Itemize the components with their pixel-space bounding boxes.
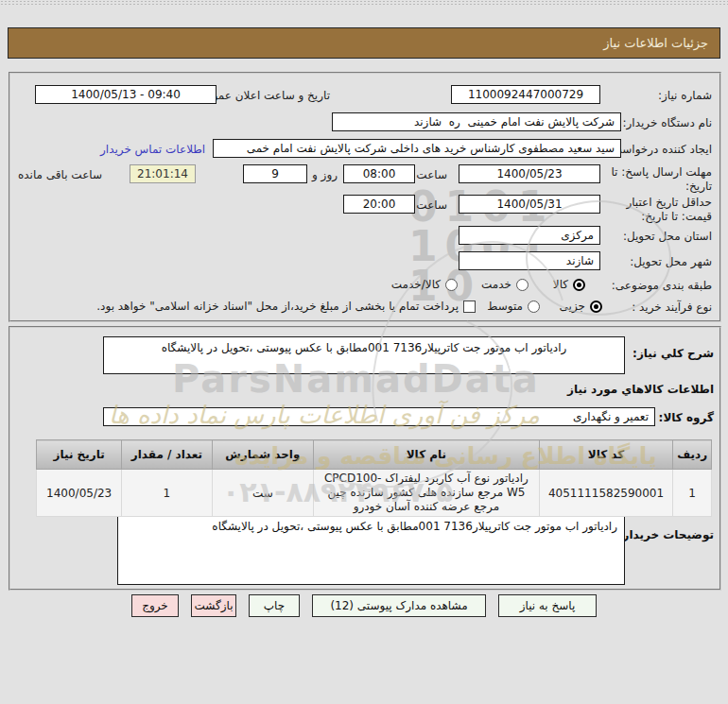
cell-goods-name: رادیاتور نوع آب کاربرد لیفتراک CPCD100-W… [314,470,540,517]
page-top-texture [0,0,728,5]
page-title-text: جزئیات اطلاعات نیاز [603,36,708,50]
radio-goods-service-label: کالا/خدمت [391,278,441,291]
col-quantity: تعداد / مقدار [122,440,212,470]
request-creator-row: ایجاد کننده درخواست: اطلاعات تماس خریدار [10,139,719,162]
respond-button[interactable]: پاسخ به نیاز [498,594,597,617]
buyer-org-label: نام دستگاه خریدار: [623,116,713,129]
back-button[interactable]: بازگشت [191,594,236,617]
delivery-city-input[interactable] [459,251,600,270]
price-validity-label: حداقل تاریخ اعتبار قیمت: تا تاریخ: [606,196,712,224]
radio-partial[interactable]: جزیی [560,300,602,313]
radio-service-label: خدمت [481,278,511,291]
need-description-textarea[interactable]: رادیاتور اب موتور جت کاترپیلار7136 001مط… [103,336,625,374]
countdown-timer: 21:01:14 [130,164,196,183]
treasury-checkbox[interactable] [463,300,476,313]
radio-partial-icon[interactable] [590,300,602,313]
radio-partial-label: جزیی [560,300,585,313]
request-creator-input[interactable] [213,139,621,158]
delivery-city-label: شهر محل تحویل: [630,255,712,268]
view-docs-button[interactable]: مشاهده مدارک پیوستی (12) [312,594,486,617]
buyer-notes-textarea[interactable]: رادیاتور اب موتور جت کاترپیلار7136 001مط… [117,515,625,585]
deadline-hour-label: ساعت [416,168,447,181]
response-deadline-row: مهلت ارسال پاسخ: تا تاریخ: ساعت روز و 21… [10,164,719,197]
exit-button[interactable]: خروج [131,594,179,617]
purchase-process-row: نوع فرآیند خرید : جزیی متوسط پرداخت تمام… [10,297,719,319]
announce-datetime-input[interactable] [35,85,217,104]
col-goods-code: کد کالا [539,440,673,470]
radio-goods[interactable]: کالا [553,278,585,291]
print-button[interactable]: چاپ [249,594,300,617]
buyer-contact-link[interactable]: اطلاعات تماس خریدار [100,143,205,156]
need-details-panel: شرح کلي نياز: رادیاتور اب موتور جت کاترپ… [9,326,721,591]
cell-quantity: 1 [122,470,212,517]
delivery-province-input[interactable] [459,226,600,245]
need-number-row: شماره نیاز: تاریخ و ساعت اعلان عمومی: [10,85,719,108]
radio-medium-icon[interactable] [528,300,540,313]
deadline-date-input[interactable] [459,164,600,183]
subject-classification-row: طبقه بندی موضوعی: کالا خدمت کالا/خدمت [10,275,719,298]
col-count-unit: واحد شمارش [212,440,313,470]
validity-time-input[interactable] [343,195,415,214]
validity-date-input[interactable] [459,195,600,214]
page-title: جزئیات اطلاعات نیاز [8,27,720,59]
radio-service[interactable]: خدمت [481,278,529,291]
days-remaining-input[interactable] [243,164,307,183]
need-number-input[interactable] [451,85,600,104]
treasury-checkbox-group[interactable]: پرداخت تمام یا بخشی از مبلغ خرید،از محل … [96,300,476,313]
subject-classification-label: طبقه بندی موضوعی: [612,279,712,292]
table-row: 1 4051111582590001 رادیاتور نوع آب کاربر… [37,470,712,517]
buyer-org-row: نام دستگاه خریدار: [10,112,719,135]
goods-table: ردیف کد کالا نام کالا واحد شمارش تعداد /… [36,439,712,517]
goods-group-label: گروه کالا: [659,411,714,424]
cell-count-unit: ست [212,470,313,517]
radio-goods-label: کالا [553,278,568,291]
delivery-province-row: استان محل تحویل: [10,226,719,249]
need-number-label: شماره نیاز: [658,89,712,102]
col-need-date: تاریخ نیاز [37,440,122,470]
goods-group-input[interactable] [103,407,655,426]
radio-goods-service-icon[interactable] [445,279,458,291]
hours-remaining-label: ساعت باقی مانده [18,168,102,181]
delivery-province-label: استان محل تحویل: [623,230,712,243]
col-row-number: ردیف [673,440,712,470]
goods-table-header-row: ردیف کد کالا نام کالا واحد شمارش تعداد /… [37,440,712,470]
radio-service-icon[interactable] [516,279,529,291]
radio-goods-icon[interactable] [573,279,585,291]
days-and-label: روز و [312,168,338,181]
request-creator-label: ایجاد کننده درخواست: [607,143,712,156]
buyer-notes-label: توضيحات خريدار: [618,528,714,541]
buyer-org-input[interactable] [332,112,621,131]
footer-buttons: پاسخ به نیاز مشاهده مدارک پیوستی (12) چا… [0,594,728,617]
radio-medium[interactable]: متوسط [487,300,540,313]
purchase-process-label: نوع فرآیند خرید : [632,300,712,314]
need-description-label: شرح کلي نياز: [633,347,714,360]
delivery-city-row: شهر محل تحویل: [10,251,719,274]
radio-medium-label: متوسط [487,300,523,313]
cell-need-date: 1400/05/23 [37,470,122,517]
goods-info-heading: اطلاعات کالاهاي مورد نياز [567,383,714,396]
treasury-checkbox-label: پرداخت تمام یا بخشی از مبلغ خرید،از محل … [96,300,459,313]
price-validity-row: حداقل تاریخ اعتبار قیمت: تا تاریخ: ساعت [10,195,719,227]
deadline-time-input[interactable] [343,164,415,183]
need-details-page: 0101 1001 10 جزئیات اطلاعات نیاز شماره ن… [0,0,728,704]
validity-hour-label: ساعت [416,198,447,212]
response-deadline-label: مهلت ارسال پاسخ: تا تاریخ: [606,165,712,194]
col-goods-name: نام کالا [314,440,540,470]
general-info-panel: شماره نیاز: تاریخ و ساعت اعلان عمومی: نا… [9,72,721,322]
cell-goods-code: 4051111582590001 [539,470,673,517]
radio-goods-service[interactable]: کالا/خدمت [391,278,458,291]
cell-row-number: 1 [673,470,712,517]
